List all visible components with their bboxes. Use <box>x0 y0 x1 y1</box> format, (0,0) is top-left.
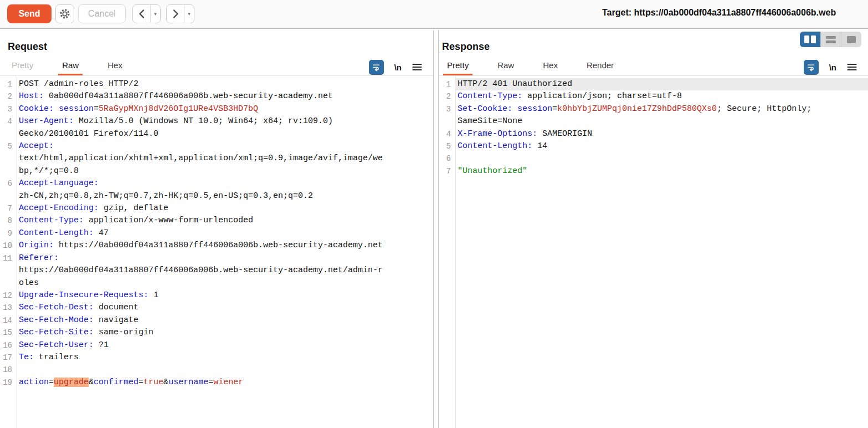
hamburger-menu-icon[interactable] <box>847 63 857 71</box>
line-content: oles <box>16 277 433 289</box>
line-content: "Unauthorized" <box>455 165 868 177</box>
line-content: zh-CN,zh;q=0.8,zh-TW;q=0.7,zh-HK;q=0.5,e… <box>16 190 433 202</box>
code-line: 5Accept: <box>0 140 433 152</box>
line-content: Content-Length: 47 <box>16 227 433 240</box>
code-line: 18 <box>0 364 433 376</box>
line-number: 1 <box>0 78 16 90</box>
code-line: oles <box>0 277 433 289</box>
line-content: action=upgrade&confirmed=true&username=w… <box>16 376 433 389</box>
line-content: Gecko/20100101 Firefox/114.0 <box>16 128 433 140</box>
show-newlines-icon[interactable]: \n <box>394 63 402 72</box>
line-number: 16 <box>0 339 16 351</box>
response-editor-icons: \n <box>804 59 857 75</box>
tab-pretty[interactable]: Pretty <box>443 56 472 75</box>
previous-request-control: ▼ <box>132 4 161 23</box>
gear-icon <box>59 8 71 20</box>
send-settings-button[interactable] <box>55 4 74 23</box>
line-number: 4 <box>0 115 16 128</box>
word-wrap-toggle-button[interactable] <box>804 60 819 75</box>
layout-rows-button[interactable] <box>820 32 841 47</box>
forward-dropdown-icon[interactable]: ▼ <box>184 5 194 23</box>
code-line: 7"Unauthorized" <box>439 165 868 177</box>
line-content: Sec-Fetch-User: ?1 <box>16 339 433 351</box>
line-number: 4 <box>439 128 455 140</box>
line-content: Te: trailers <box>16 351 433 364</box>
response-editor[interactable]: 1HTTP/2 401 Unauthorized2Content-Type: a… <box>439 77 868 428</box>
cancel-button[interactable]: Cancel <box>78 4 126 23</box>
line-number: 19 <box>0 376 16 389</box>
code-line: https://0ab000df04a311a8807ff446006a006b… <box>0 264 433 277</box>
code-line: 2Host: 0ab000df04a311a8807ff446006a006b.… <box>0 90 433 103</box>
line-number: 9 <box>0 227 16 240</box>
line-number <box>439 115 455 128</box>
line-content: text/html,application/xhtml+xml,applicat… <box>16 152 433 165</box>
layout-columns-button[interactable] <box>800 32 820 47</box>
line-number: 12 <box>0 289 16 302</box>
line-number: 10 <box>0 240 16 252</box>
code-line: 3Cookie: session=5RaGypMXnj8dV26OIg1URe4… <box>0 103 433 115</box>
line-number <box>0 152 16 165</box>
line-number: 14 <box>0 314 16 327</box>
line-content: Accept-Language: <box>16 177 433 190</box>
line-number: 3 <box>0 103 16 115</box>
line-content: HTTP/2 401 Unauthorized <box>455 78 868 90</box>
code-line: bp,*/*;q=0.8 <box>0 165 433 177</box>
code-line: 11Referer: <box>0 252 433 264</box>
request-editor[interactable]: 1POST /admin-roles HTTP/22Host: 0ab000df… <box>0 77 433 428</box>
line-number <box>0 165 16 177</box>
line-content: User-Agent: Mozilla/5.0 (Windows NT 10.0… <box>16 115 433 128</box>
next-request-control: ▼ <box>166 4 194 23</box>
line-content: Host: 0ab000df04a311a8807ff446006a006b.w… <box>16 90 433 103</box>
tab-render[interactable]: Render <box>583 56 618 75</box>
line-content: Accept-Encoding: gzip, deflate <box>16 202 433 215</box>
line-number: 2 <box>439 90 455 103</box>
line-content: Upgrade-Insecure-Requests: 1 <box>16 289 433 302</box>
line-number: 3 <box>439 103 455 115</box>
line-content: Content-Type: application/x-www-form-url… <box>16 215 433 227</box>
line-content: Origin: https://0ab000df04a311a8807ff446… <box>16 240 433 252</box>
send-button[interactable]: Send <box>7 4 52 23</box>
line-number: 18 <box>0 364 16 376</box>
code-line: 4X-Frame-Options: SAMEORIGIN <box>439 128 868 140</box>
code-line: 17Te: trailers <box>0 351 433 364</box>
tab-pretty[interactable]: Pretty <box>8 56 37 75</box>
code-line: 9Content-Length: 47 <box>0 227 433 240</box>
word-wrap-toggle-button[interactable] <box>369 60 384 75</box>
single-layout-icon <box>847 36 856 43</box>
request-editor-icons: \n <box>369 59 422 75</box>
hamburger-menu-icon[interactable] <box>412 63 422 71</box>
code-line: SameSite=None <box>439 115 868 128</box>
code-line: 12Upgrade-Insecure-Requests: 1 <box>0 289 433 302</box>
line-number <box>0 264 16 277</box>
code-line: text/html,application/xhtml+xml,applicat… <box>0 152 433 165</box>
show-newlines-icon[interactable]: \n <box>829 63 836 72</box>
line-number: 7 <box>0 202 16 215</box>
line-number: 2 <box>0 90 16 103</box>
code-line: 1HTTP/2 401 Unauthorized <box>439 78 868 90</box>
layout-single-button[interactable] <box>841 32 861 47</box>
tab-raw[interactable]: Raw <box>494 56 518 75</box>
tab-hex[interactable]: Hex <box>104 56 126 75</box>
code-line: 13Sec-Fetch-Dest: document <box>0 302 433 314</box>
forward-arrow-icon[interactable] <box>167 5 184 23</box>
line-number <box>0 277 16 289</box>
tab-raw[interactable]: Raw <box>58 56 83 75</box>
back-dropdown-icon[interactable]: ▼ <box>150 5 160 23</box>
code-line: 15Sec-Fetch-Site: same-origin <box>0 327 433 339</box>
back-arrow-icon[interactable] <box>133 5 150 23</box>
line-content: SameSite=None <box>455 115 868 128</box>
code-line: 5Content-Length: 14 <box>439 140 868 152</box>
code-line: zh-CN,zh;q=0.8,zh-TW;q=0.7,zh-HK;q=0.5,e… <box>0 190 433 202</box>
code-line: 6 <box>439 152 868 165</box>
line-number: 15 <box>0 327 16 339</box>
toolbar: Send Cancel ▼ ▼ Target: https://0ab000df… <box>0 0 868 29</box>
response-panel-title: Response <box>442 41 490 53</box>
request-panel: Request PrettyRawHex \n 1POST /admin-rol… <box>0 30 434 428</box>
line-content: Content-Length: 14 <box>455 140 868 152</box>
line-number: 11 <box>0 252 16 264</box>
line-number: 5 <box>439 140 455 152</box>
line-number: 5 <box>0 140 16 152</box>
line-content: Sec-Fetch-Dest: document <box>16 302 433 314</box>
tab-hex[interactable]: Hex <box>539 56 562 75</box>
line-content: Set-Cookie: session=k0hbYbjZUMPqj0nie17Z… <box>455 103 868 115</box>
